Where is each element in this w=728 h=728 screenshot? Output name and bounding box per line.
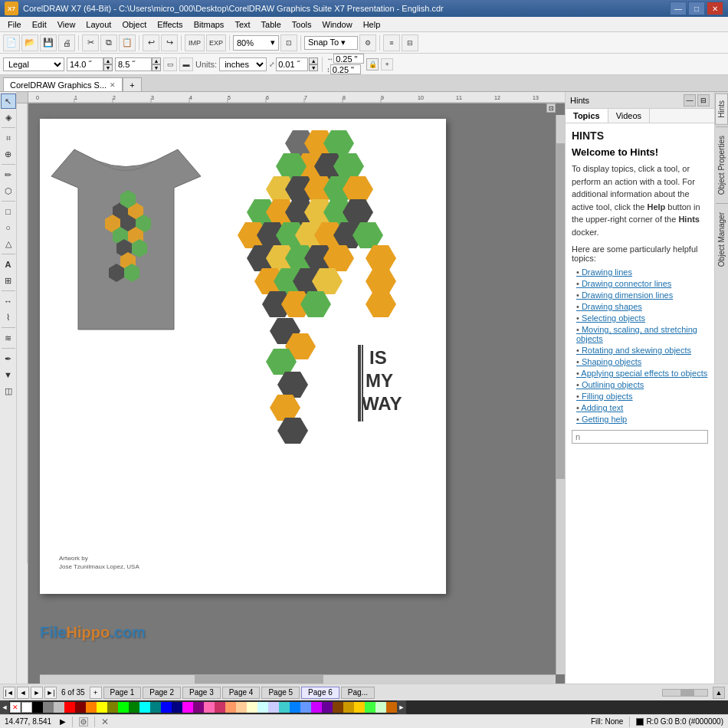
menu-layout[interactable]: Layout <box>81 18 116 31</box>
connector-tool-button[interactable]: ⌇ <box>1 310 16 325</box>
add-page-button[interactable]: + <box>90 687 102 699</box>
smartfill-tool-button[interactable]: ⬡ <box>1 183 16 198</box>
swatch-gold[interactable] <box>343 702 354 713</box>
node-tool-button[interactable]: ◈ <box>1 110 16 125</box>
new-button[interactable]: 📄 <box>3 34 20 51</box>
link-filling[interactable]: Filling objects <box>572 392 708 401</box>
first-page-button[interactable]: |◄ <box>3 687 15 699</box>
hints-settings-icon[interactable]: ⊟ <box>697 94 710 107</box>
page-more-tab[interactable]: Pag... <box>341 687 375 699</box>
link-selecting-objects[interactable]: Selecting objects <box>572 313 708 323</box>
swatch-periwinkle[interactable] <box>300 702 311 713</box>
page3-tab[interactable]: Page 3 <box>182 687 221 699</box>
swatch-rust[interactable] <box>386 702 397 713</box>
close-button[interactable]: ✕ <box>707 2 723 15</box>
zoom-tool-button[interactable]: ⊕ <box>1 146 16 162</box>
menu-window[interactable]: Window <box>318 18 357 31</box>
menu-tools[interactable]: Tools <box>287 18 316 31</box>
rectangle-tool-button[interactable]: □ <box>1 204 16 219</box>
menu-help[interactable]: Help <box>359 18 385 31</box>
open-button[interactable]: 📂 <box>21 34 38 51</box>
swatch-yellow[interactable] <box>97 702 107 713</box>
prev-page-button[interactable]: ◄ <box>17 687 29 699</box>
object-manager-side-tab[interactable]: Object Manager <box>715 205 728 274</box>
blend-tool-button[interactable]: ≋ <box>1 330 16 346</box>
ellipse-tool-button[interactable]: ○ <box>1 220 16 235</box>
link-dimension-lines[interactable]: Drawing dimension lines <box>572 290 708 300</box>
save-button[interactable]: 💾 <box>40 34 57 51</box>
scroll-corner[interactable]: ⊡ <box>546 103 556 113</box>
swatch-magenta[interactable] <box>182 702 193 713</box>
link-getting-help[interactable]: Getting help <box>572 415 708 424</box>
maximize-button[interactable]: □ <box>688 2 705 15</box>
page6-tab[interactable]: Page 6 <box>301 687 339 699</box>
link-shaping[interactable]: Shaping objects <box>572 357 708 366</box>
hints-videos-tab[interactable]: Videos <box>608 109 650 123</box>
swatch-pink[interactable] <box>204 702 215 713</box>
vertical-scrollbar[interactable] <box>556 115 565 674</box>
object-properties-side-tab[interactable]: Object Properties <box>715 129 728 202</box>
menu-object[interactable]: Object <box>117 18 151 31</box>
h-scroll-thumb[interactable] <box>195 675 323 684</box>
link-connector-lines[interactable]: Drawing connector lines <box>572 279 708 288</box>
swatch-white[interactable] <box>21 702 32 713</box>
page5-tab[interactable]: Page 5 <box>261 687 300 699</box>
swatch-violet[interactable] <box>311 702 322 713</box>
canvas-viewport[interactable]: Artwork by Jose Tzunilmaux Lopez, USA <box>28 103 565 684</box>
hints-minimize-icon[interactable]: — <box>684 94 696 107</box>
import-button[interactable]: IMP <box>185 34 205 51</box>
menu-text[interactable]: Text <box>230 18 254 31</box>
link-outlining[interactable]: Outlining objects <box>572 380 708 389</box>
page-scroll[interactable] <box>662 689 708 697</box>
y-size-input[interactable] <box>330 64 361 74</box>
swatch-lightblue[interactable] <box>290 702 300 713</box>
height-spin-down[interactable]: ▼ <box>152 64 161 71</box>
page-size-select[interactable]: Legal Letter A4 <box>3 57 64 71</box>
transparency-tool-button[interactable]: ◫ <box>1 383 16 398</box>
export-button[interactable]: EXP <box>206 34 226 51</box>
nudge-spin-down[interactable]: ▼ <box>309 64 318 71</box>
units-select[interactable]: inches cm mm pixels <box>219 57 267 71</box>
swatch-black[interactable] <box>32 702 43 713</box>
menu-table[interactable]: Table <box>257 18 286 31</box>
swatch-purple[interactable] <box>193 702 204 713</box>
link-adding-text[interactable]: Adding text <box>572 403 708 412</box>
zoom-to-fit[interactable]: ⊡ <box>280 34 297 51</box>
menu-bitmaps[interactable]: Bitmaps <box>189 18 229 31</box>
cut-button[interactable]: ✂ <box>82 34 99 51</box>
swatch-lightyellow[interactable] <box>247 702 257 713</box>
tab-close-icon[interactable]: ✕ <box>110 81 116 89</box>
redo-button[interactable]: ↪ <box>161 34 178 51</box>
page4-tab[interactable]: Page 4 <box>222 687 261 699</box>
polygon-tool-button[interactable]: △ <box>1 236 16 251</box>
landscape-button[interactable]: ▬ <box>179 57 193 71</box>
select-tool-button[interactable]: ↖ <box>1 93 16 109</box>
document-tab[interactable]: CorelDRAW Graphics S... ✕ <box>3 77 123 91</box>
menu-file[interactable]: File <box>3 18 26 31</box>
dimension-tool-button[interactable]: ↔ <box>1 293 16 309</box>
palette-scroll-right[interactable]: ► <box>397 700 406 714</box>
swatch-mintgreen[interactable] <box>375 702 386 713</box>
lock-aspect-button[interactable]: 🔒 <box>366 58 379 71</box>
crop-tool-button[interactable]: ⌗ <box>1 130 16 146</box>
page-scroll-thumb[interactable] <box>680 690 694 696</box>
add-tab-button[interactable]: + <box>123 77 141 91</box>
swatch-peach[interactable] <box>236 702 247 713</box>
height-spin-up[interactable]: ▲ <box>152 57 161 64</box>
menu-view[interactable]: View <box>53 18 80 31</box>
zoom-dropdown[interactable]: 80% ▾ <box>233 35 279 51</box>
swatch-olive[interactable] <box>107 702 118 713</box>
x-size-input[interactable] <box>333 54 364 64</box>
swatch-lime[interactable] <box>118 702 129 713</box>
swatch-darkred[interactable] <box>75 702 86 713</box>
link-drawing-lines[interactable]: Drawing lines <box>572 267 708 277</box>
swatch-lavender[interactable] <box>268 702 279 713</box>
minimize-button[interactable]: — <box>670 2 687 15</box>
text-tool-button[interactable]: A <box>1 257 16 272</box>
swatch-lightcyan[interactable] <box>257 702 268 713</box>
page1-tab[interactable]: Page 1 <box>103 687 142 699</box>
options-button[interactable]: ⚙ <box>359 34 376 51</box>
freehand-tool-button[interactable]: ✏ <box>1 167 16 182</box>
swatch-blue[interactable] <box>161 702 172 713</box>
swatch-red[interactable] <box>64 702 75 713</box>
